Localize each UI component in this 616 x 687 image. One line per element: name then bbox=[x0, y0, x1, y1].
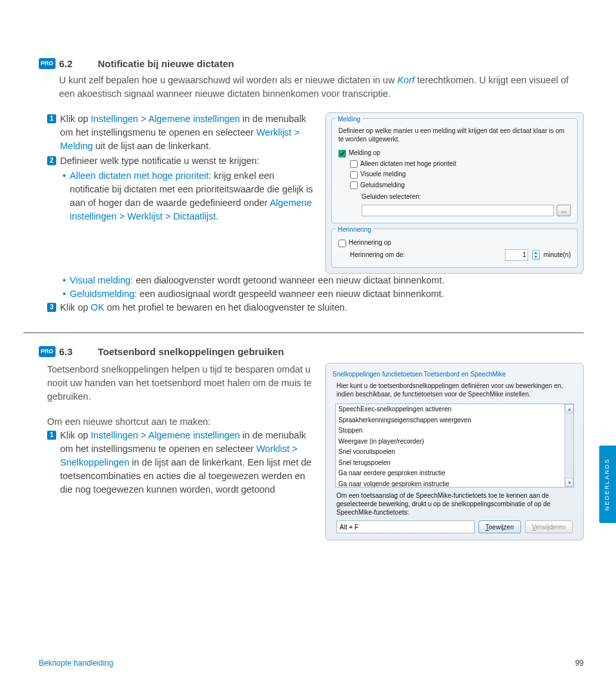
checkbox-sound[interactable]: Geluidsmelding bbox=[338, 181, 571, 190]
section-divider bbox=[23, 333, 584, 333]
intro-6-2: U kunt zelf bepalen hoe u gewaarschuwd w… bbox=[59, 74, 584, 101]
dlg-desc: Definieer op welke manier u een melding … bbox=[338, 127, 571, 143]
bullet-sound: • Geluidsmelding: een audiosignaal wordt… bbox=[47, 287, 584, 301]
num-badge-2: 2 bbox=[47, 156, 56, 165]
language-tab: NEDERLANDS bbox=[599, 446, 616, 523]
step-1: 1 Klik op Instellingen > Algemene instel… bbox=[47, 112, 314, 153]
checkbox-melding-op[interactable]: Melding op bbox=[338, 149, 571, 158]
pro-badge-2: PRO bbox=[39, 346, 56, 357]
fieldset-herinnering-legend: Herinnering bbox=[336, 226, 373, 233]
listbox-item[interactable]: SpeechExec-snelkoppelingen activeren bbox=[336, 404, 564, 415]
reminder-minutes-input[interactable] bbox=[505, 249, 528, 261]
num-badge-63-1: 1 bbox=[47, 431, 56, 440]
sound-path-input[interactable] bbox=[362, 205, 554, 216]
shortcut-input[interactable] bbox=[336, 520, 475, 533]
listbox-item[interactable]: Spraakherkenningseigenschappen weergeven bbox=[336, 415, 564, 426]
step-2: 2 Definieer welk type notificatie u wens… bbox=[47, 154, 314, 168]
intro-6-3: Toetsenbord snelkoppelingen helpen u tij… bbox=[47, 363, 314, 404]
listbox-item[interactable]: Ga naar eerdere gesproken instructie bbox=[336, 468, 564, 479]
checkbox-visual[interactable]: Visuele melding bbox=[338, 170, 571, 179]
num-badge-3: 3 bbox=[47, 303, 56, 312]
shortcuts-dialog: Snelkoppelingen functietoetsen Toetsenbo… bbox=[325, 363, 584, 541]
dlg2-desc: Hier kunt u de toetsenbordsnelkoppelinge… bbox=[333, 382, 577, 398]
notification-dialog: Melding Definieer op welke manier u een … bbox=[325, 112, 584, 274]
assign-button[interactable]: Toewijzen bbox=[478, 520, 521, 533]
label-select-sounds: Geluiden selecteren: bbox=[338, 192, 571, 202]
step-3: 3 Klik op OK om het profiel te bewaren e… bbox=[47, 301, 584, 314]
listbox-item[interactable]: Snel vooruitspoelen bbox=[336, 447, 564, 458]
scroll-down-icon[interactable]: ▾ bbox=[565, 478, 573, 487]
remove-button[interactable]: Verwijderen bbox=[525, 520, 573, 533]
listbox-scrollbar[interactable]: ▴ ▾ bbox=[564, 404, 573, 487]
footer-title: Beknopte handleiding bbox=[39, 658, 113, 669]
spinner-buttons[interactable]: ▲▼ bbox=[532, 250, 540, 260]
num-badge-1: 1 bbox=[47, 114, 56, 123]
listbox-item[interactable]: Snel terugspoelen bbox=[336, 458, 564, 469]
browse-button[interactable]: ... bbox=[557, 205, 571, 216]
checkbox-priority[interactable]: Alleen dictaten met hoge prioriteit bbox=[338, 159, 571, 169]
checkbox-reminder[interactable]: Herinnering op bbox=[338, 238, 571, 248]
label-minutes: minute(n) bbox=[544, 251, 571, 260]
bullet-visual: • Visual melding: een dialoogvenster wor… bbox=[47, 274, 584, 287]
dlg2-title: Snelkoppelingen functietoetsen Toetsenbo… bbox=[333, 370, 577, 380]
heading-6-3: 6.3Toetsenbord snelkoppelingen gebruiken bbox=[59, 345, 584, 359]
bullet-priority: • Alleen dictaten met hoge prioriteit: k… bbox=[47, 169, 314, 223]
pro-badge: PRO bbox=[39, 58, 56, 69]
dlg2-instr: Om een toetsaanslag of de SpeechMike-fun… bbox=[333, 491, 577, 517]
fieldset-melding-legend: Melding bbox=[336, 116, 362, 123]
listbox-item[interactable]: Weergave (in player/recorder) bbox=[336, 436, 564, 447]
shortcut-listbox[interactable]: SpeechExec-snelkoppelingen activerenSpra… bbox=[335, 404, 574, 487]
listbox-item[interactable]: Stoppen bbox=[336, 426, 564, 436]
scroll-up-icon[interactable]: ▴ bbox=[565, 404, 573, 413]
listbox-item[interactable]: Ga naar volgende gesproken instructie bbox=[336, 479, 564, 487]
heading-6-2: 6.2Notificatie bij nieuwe dictaten bbox=[59, 57, 584, 71]
label-reminder-every: Herinnering om de: bbox=[350, 251, 405, 260]
sub-6-3: Om een nieuwe shortcut aan te maken: bbox=[47, 415, 314, 429]
page-number: 99 bbox=[575, 658, 584, 669]
step-63-1: 1 Klik op Instellingen > Algemene instel… bbox=[47, 429, 314, 497]
